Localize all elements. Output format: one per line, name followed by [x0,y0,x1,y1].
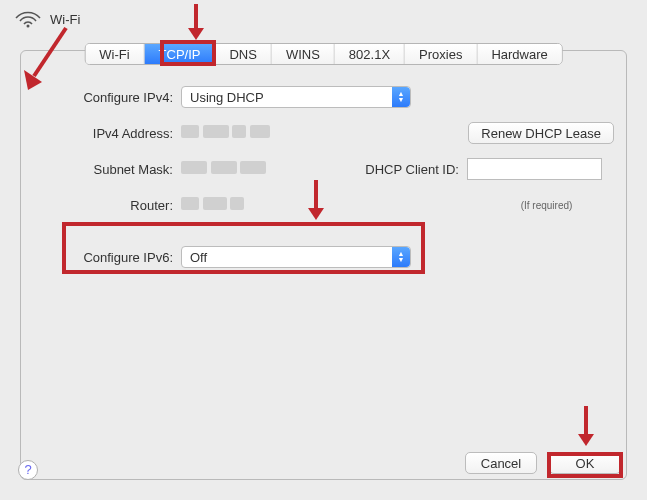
svg-point-0 [27,25,30,28]
combo-configure-ipv4[interactable]: Using DHCP ▲▼ [181,86,411,108]
tab-proxies[interactable]: Proxies [405,44,477,64]
combo-configure-ipv4-value: Using DHCP [190,90,264,105]
label-configure-ipv6: Configure IPv6: [33,250,173,265]
tab-tcpip[interactable]: TCP/IP [145,44,216,64]
combo-configure-ipv6-value: Off [190,250,207,265]
tab-wifi[interactable]: Wi-Fi [85,44,144,64]
label-configure-ipv4: Configure IPv4: [33,90,173,105]
label-router: Router: [33,198,173,213]
tab-hardware[interactable]: Hardware [477,44,561,64]
label-subnet-mask: Subnet Mask: [33,162,173,177]
tab-dns[interactable]: DNS [215,44,271,64]
value-subnet-mask [181,161,351,177]
value-router [181,197,471,213]
cancel-button[interactable]: Cancel [465,452,537,474]
input-dhcp-client-id[interactable] [467,158,602,180]
tab-bar: Wi-Fi TCP/IP DNS WINS 802.1X Proxies Har… [84,43,563,65]
combo-configure-ipv6[interactable]: Off ▲▼ [181,246,411,268]
label-dhcp-client-id: DHCP Client ID: [359,162,459,177]
updown-icon: ▲▼ [392,87,410,107]
value-ipv4-address [181,125,460,141]
tab-wins[interactable]: WINS [272,44,335,64]
settings-panel: Configure IPv4: Using DHCP ▲▼ IPv4 Addre… [20,50,627,480]
window-title: Wi-Fi [50,12,80,27]
label-ipv4-address: IPv4 Address: [33,126,173,141]
note-if-required: (If required) [479,200,614,211]
help-button[interactable]: ? [18,460,38,480]
updown-icon: ▲▼ [392,247,410,267]
renew-dhcp-button[interactable]: Renew DHCP Lease [468,122,614,144]
tab-8021x[interactable]: 802.1X [335,44,405,64]
ok-button[interactable]: OK [549,452,621,474]
wifi-icon [14,8,42,31]
